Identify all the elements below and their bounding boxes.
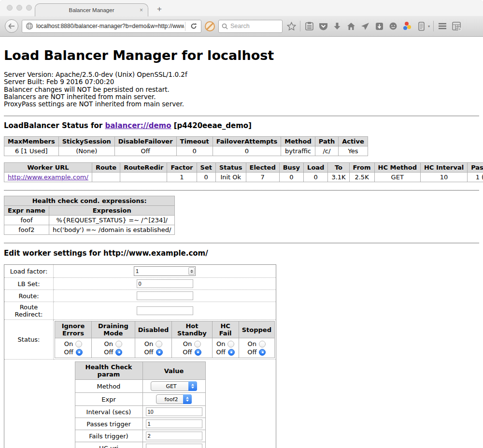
hc-method-select[interactable]: GET xyxy=(151,381,197,391)
col-hc-param: Health Check param xyxy=(75,362,142,380)
hot-standby-on-radio[interactable] xyxy=(194,341,201,347)
status-label: Status: xyxy=(4,320,54,360)
browser-tab[interactable]: Balancer Manager × xyxy=(35,3,148,16)
extension-colordots-button[interactable] xyxy=(402,21,412,31)
status-row: Status: Ignore Errors Draining Mode Disa… xyxy=(4,320,276,360)
minimize-window-icon[interactable] xyxy=(16,5,22,11)
worker-url-link[interactable]: http://www.example.com/ xyxy=(8,173,88,181)
send-tab-button[interactable] xyxy=(360,21,370,31)
new-tab-button[interactable]: + xyxy=(157,4,162,14)
col-expression: Expression xyxy=(49,206,175,216)
toolbar-divider xyxy=(433,21,434,31)
reload-icon xyxy=(190,23,197,29)
url-divider xyxy=(185,22,185,31)
draining-mode-on-label: On xyxy=(104,340,113,348)
reader-list-button[interactable] xyxy=(416,21,426,31)
route-redirect-input[interactable] xyxy=(137,306,193,315)
col-stopped: Stopped xyxy=(239,321,274,338)
page-title: Load Balancer Manager for localhost xyxy=(4,48,479,63)
route-row: Route: xyxy=(4,290,276,302)
hot-standby-off-label: Off xyxy=(183,348,192,356)
draining-mode-on-radio[interactable] xyxy=(115,341,122,347)
stopped-on-label: On xyxy=(248,340,256,348)
ignore-errors-off-label: Off xyxy=(64,348,73,356)
hc-interval-input[interactable] xyxy=(146,407,202,416)
search-bar[interactable]: Search xyxy=(218,20,283,33)
window-controls[interactable] xyxy=(7,5,32,11)
col-hot-standby: Hot Standby xyxy=(172,321,212,338)
select-stepper-icon xyxy=(188,381,197,391)
hc-fail-on-radio[interactable] xyxy=(227,341,234,347)
search-placeholder: Search xyxy=(230,23,250,29)
hc-uri-input[interactable] xyxy=(146,444,202,448)
url-input[interactable]: localhost:8880/balancer-manager?b=demo&w… xyxy=(36,23,184,29)
route-input[interactable] xyxy=(137,291,193,300)
downloads-button[interactable] xyxy=(332,21,342,31)
hc-expr-select[interactable]: foof2 xyxy=(156,394,192,404)
expr-row: foof %{REQUEST_STATUS} =~ /^[234]/ xyxy=(4,216,175,225)
browser-window: Balancer Manager × + localhost:8880/bala… xyxy=(0,0,483,448)
adblock-disabled-icon[interactable] xyxy=(205,21,215,31)
close-window-icon[interactable] xyxy=(7,5,13,11)
proxypass-note-line: ProxyPass settings are NOT inherited fro… xyxy=(4,101,479,108)
ignore-errors-on-radio[interactable] xyxy=(75,341,82,347)
hc-passes-input[interactable] xyxy=(146,419,202,428)
zoom-window-icon[interactable] xyxy=(26,5,32,11)
bookmarks-sidebar-button[interactable] xyxy=(304,21,314,31)
url-bar[interactable]: localhost:8880/balancer-manager?b=demo&w… xyxy=(22,20,201,33)
balancer-status-row: 6 [1 Used] (None) Off 0 0 bytraffic /c/ … xyxy=(4,146,368,156)
col-draining-mode: Draining Mode xyxy=(92,321,135,338)
lb-status-heading: LoadBalancer Status for balancer://demo … xyxy=(4,121,479,130)
stopped-on-radio[interactable] xyxy=(259,341,266,347)
hot-standby-on-label: On xyxy=(183,340,192,348)
hc-fails-label: Fails trigger) xyxy=(75,430,142,442)
globe-icon xyxy=(26,22,33,30)
save-page-button[interactable] xyxy=(374,21,384,31)
load-factor-input[interactable] xyxy=(134,267,188,275)
expr-row: foof2 hc('body') =~ /domain is establish… xyxy=(4,225,175,235)
menu-button[interactable] xyxy=(437,21,448,31)
route-label: Route: xyxy=(4,290,54,302)
section-divider xyxy=(4,190,479,191)
draining-mode-off-radio[interactable] xyxy=(115,349,122,356)
back-button[interactable] xyxy=(5,19,18,33)
status-table: Ignore Errors Draining Mode Disabled Hot… xyxy=(55,321,275,358)
hc-params-row: Health Check param Value Method GET xyxy=(4,360,276,448)
col-expr-name: Expr name xyxy=(4,206,49,216)
bookmark-star-button[interactable] xyxy=(286,21,297,31)
page-content: Load Balancer Manager for localhost Serv… xyxy=(0,37,483,448)
number-stepper-icon[interactable] xyxy=(188,267,195,275)
reload-button[interactable] xyxy=(186,23,201,29)
hc-interval-label: Interval (secs) xyxy=(75,406,142,418)
hot-standby-off-radio[interactable] xyxy=(195,349,201,356)
chat-button[interactable] xyxy=(388,21,398,31)
overflow-caret-icon[interactable]: ▾ xyxy=(428,24,430,29)
pocket-button[interactable] xyxy=(318,21,328,31)
hc-fails-input[interactable] xyxy=(146,432,202,440)
inherit-note-line: Balancers are NOT inherited from main se… xyxy=(4,93,479,101)
edit-worker-form: Load factor: LB Set: Route: Route Redire… xyxy=(4,264,276,448)
home-button[interactable] xyxy=(346,21,356,31)
load-factor-field xyxy=(134,266,196,276)
hc-method-selected-value: GET xyxy=(155,383,187,390)
tile-tabs-button[interactable] xyxy=(451,21,462,31)
col-worker-url: Worker URL xyxy=(4,163,92,173)
stopped-off-radio[interactable] xyxy=(259,349,266,356)
persist-note-line: Balancer changes will NOT be persisted o… xyxy=(4,86,479,93)
col-ignore-errors: Ignore Errors xyxy=(55,321,92,338)
ignore-errors-off-radio[interactable] xyxy=(76,349,83,356)
lb-status-heading-prefix: LoadBalancer Status for xyxy=(4,121,105,130)
disabled-on-radio[interactable] xyxy=(156,341,162,347)
draining-mode-off-label: Off xyxy=(104,348,113,356)
col-disablefailover: DisableFailover xyxy=(114,137,176,146)
col-disabled: Disabled xyxy=(135,321,172,338)
disabled-off-radio[interactable] xyxy=(156,349,163,356)
lb-set-input[interactable] xyxy=(137,279,193,288)
hc-expr-selected-value: foof2 xyxy=(160,396,182,403)
col-failoverattempts: FailoverAttempts xyxy=(213,137,281,146)
balancer-demo-link[interactable]: balancer://demo xyxy=(105,121,171,130)
route-redirect-row: Route Redirect: xyxy=(4,302,276,320)
tab-close-icon[interactable]: × xyxy=(140,7,143,14)
ignore-errors-on-label: On xyxy=(64,340,73,348)
hc-fail-off-radio[interactable] xyxy=(228,349,235,356)
